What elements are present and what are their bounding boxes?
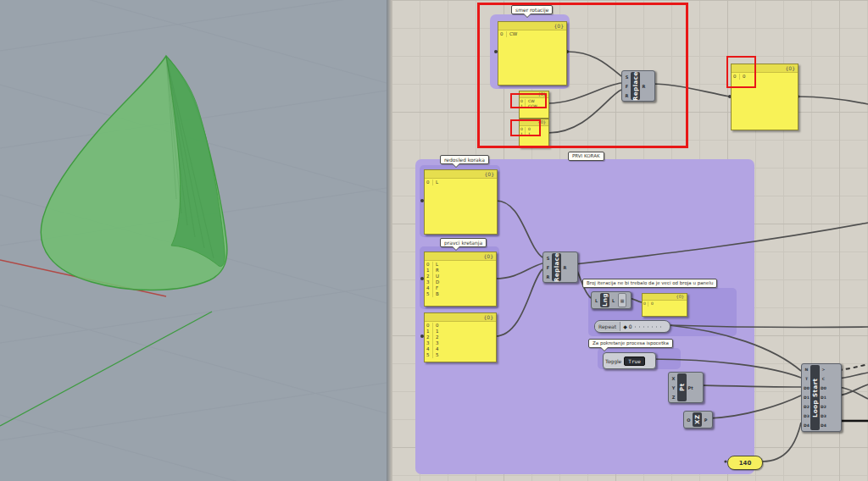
panel-row: 11 bbox=[520, 132, 548, 137]
slider-label: Repeat bbox=[595, 322, 620, 331]
y-axis-line bbox=[0, 312, 212, 426]
component-xz-plane[interactable]: O XZ P bbox=[683, 411, 713, 428]
panel-row: 0L bbox=[425, 180, 497, 185]
port->[interactable]: > bbox=[822, 368, 826, 373]
port-S[interactable]: S bbox=[547, 256, 550, 261]
panel-header: {0} bbox=[520, 119, 548, 126]
port-T[interactable]: T bbox=[805, 377, 808, 382]
output-ports: P bbox=[702, 412, 709, 427]
component-list-length[interactable]: L Lng L ▦ bbox=[591, 291, 632, 309]
panel-row: 55 bbox=[425, 352, 496, 358]
output-ports: Pt bbox=[687, 373, 694, 401]
component-label: Loop Start bbox=[810, 365, 820, 430]
row-value: 3 bbox=[433, 340, 439, 346]
label-pravci-kretanja: pravci kretanja bbox=[440, 238, 487, 247]
input-ports: XYZ bbox=[670, 373, 677, 401]
port-R[interactable]: R bbox=[626, 93, 629, 98]
port-O[interactable]: O bbox=[687, 417, 690, 423]
component-label: Replace bbox=[631, 72, 640, 100]
row-index: 0 bbox=[498, 31, 507, 37]
slider-grip-icon: ◆ bbox=[623, 323, 627, 329]
row-index: 0 bbox=[425, 180, 433, 185]
viewport-3d-scene bbox=[0, 0, 387, 481]
repeat-slider[interactable]: Repeat ◆ 0 bbox=[594, 320, 670, 333]
slider-grip[interactable]: ◆ 0 bbox=[620, 323, 634, 329]
panel-header: {0} bbox=[425, 170, 497, 179]
component-construct-point[interactable]: XYZ Pt Pt bbox=[668, 372, 704, 403]
panel-row: 00 bbox=[643, 301, 687, 307]
component-loop-start[interactable]: NTD0D1D2D3D4 Loop Start >CD0D1D2D3D4 bbox=[801, 363, 842, 432]
panel-rows: 001122334455 bbox=[425, 322, 496, 362]
port-L[interactable]: L bbox=[612, 298, 615, 303]
port-R[interactable]: R bbox=[643, 84, 646, 89]
panel-zero-one[interactable]: {0} 0011 bbox=[519, 119, 549, 147]
port-D1[interactable]: D1 bbox=[804, 395, 810, 401]
number-slider-capsule[interactable]: 140 bbox=[727, 456, 763, 470]
label-za-pokretanje: Za pokretanje procesa ispocetka bbox=[588, 339, 673, 348]
port-D0[interactable]: D0 bbox=[804, 386, 810, 391]
row-value: 0 bbox=[740, 74, 746, 80]
row-value: 1 bbox=[526, 132, 531, 137]
input-ports: NTD0D1D2D3D4 bbox=[803, 365, 810, 430]
port-N[interactable]: N bbox=[805, 368, 809, 373]
panel-smer-big[interactable]: {0} 0CW bbox=[498, 21, 567, 86]
row-value: U bbox=[433, 274, 439, 279]
grasshopper-app-window: {0} 0CW {0} 0CW1CCW {0} 0011 {0} 00 SFR … bbox=[0, 0, 868, 481]
panel-row: 1R bbox=[425, 268, 496, 274]
port-Z[interactable]: Z bbox=[672, 395, 676, 400]
row-value: L bbox=[433, 180, 438, 185]
toggle-label: Toggle bbox=[605, 358, 621, 364]
row-value: CW bbox=[507, 31, 517, 37]
panel-length[interactable]: {0} 00 bbox=[642, 293, 687, 317]
row-index: 3 bbox=[425, 279, 433, 285]
port-X[interactable]: X bbox=[672, 376, 676, 381]
port-F[interactable]: F bbox=[626, 84, 628, 89]
panel-row: 33 bbox=[425, 340, 496, 346]
reparam-icon[interactable]: ▦ bbox=[618, 293, 626, 307]
port-D3[interactable]: D3 bbox=[821, 414, 826, 419]
row-value: L bbox=[433, 262, 438, 268]
port-F[interactable]: F bbox=[547, 265, 549, 270]
component-label: XZ bbox=[693, 412, 702, 427]
port-S[interactable]: S bbox=[626, 75, 629, 80]
port-L[interactable]: L bbox=[595, 298, 598, 303]
slider-track[interactable] bbox=[635, 326, 665, 328]
port-R[interactable]: R bbox=[547, 274, 550, 279]
row-index: 1 bbox=[520, 104, 526, 109]
row-index: 1 bbox=[520, 132, 526, 137]
panel-pravci[interactable]: {0} 0L1R2U3D4F5B bbox=[424, 252, 497, 307]
port-Pt[interactable]: Pt bbox=[687, 385, 693, 390]
toggle-value[interactable]: True bbox=[624, 357, 644, 366]
input-ports: L bbox=[593, 293, 600, 307]
port-P[interactable]: P bbox=[704, 417, 708, 423]
boolean-toggle[interactable]: Toggle True bbox=[603, 352, 656, 369]
port-D4[interactable]: D4 bbox=[804, 423, 810, 428]
row-value: F bbox=[433, 285, 438, 291]
port-D3[interactable]: D3 bbox=[804, 414, 810, 419]
input-ports: SFR bbox=[623, 72, 631, 100]
panel-numbers[interactable]: {0} 001122334455 bbox=[424, 312, 497, 362]
port-D2[interactable]: D2 bbox=[804, 405, 810, 410]
label-smer-rotacije: smer rotacije bbox=[511, 5, 553, 14]
rhino-viewport[interactable] bbox=[0, 0, 387, 481]
port-D1[interactable]: D1 bbox=[821, 395, 826, 401]
row-index: 2 bbox=[425, 334, 433, 340]
panel-rows: 00 bbox=[643, 301, 687, 316]
port-Y[interactable]: Y bbox=[672, 385, 676, 390]
row-value: B bbox=[433, 291, 439, 297]
panel-redosled[interactable]: {0} 0L bbox=[424, 169, 498, 235]
port-C[interactable]: C bbox=[822, 377, 825, 382]
port-D0[interactable]: D0 bbox=[821, 386, 826, 391]
panel-cw-ccw[interactable]: {0} 0CW1CCW bbox=[519, 91, 549, 119]
port-D2[interactable]: D2 bbox=[821, 405, 826, 410]
component-label: Replace bbox=[552, 253, 561, 281]
port-D4[interactable]: D4 bbox=[821, 423, 826, 428]
component-replace-mid[interactable]: SFR Replace R bbox=[542, 252, 578, 283]
port-R[interactable]: R bbox=[564, 265, 567, 270]
panel-row: 44 bbox=[425, 346, 496, 352]
component-replace-top[interactable]: SFR Replace R bbox=[621, 70, 655, 102]
row-value: CCW bbox=[526, 104, 537, 109]
panel-rows: 0011 bbox=[520, 126, 548, 147]
panel-result-top[interactable]: {0} 00 bbox=[731, 64, 798, 130]
output-ports: R bbox=[561, 253, 569, 281]
